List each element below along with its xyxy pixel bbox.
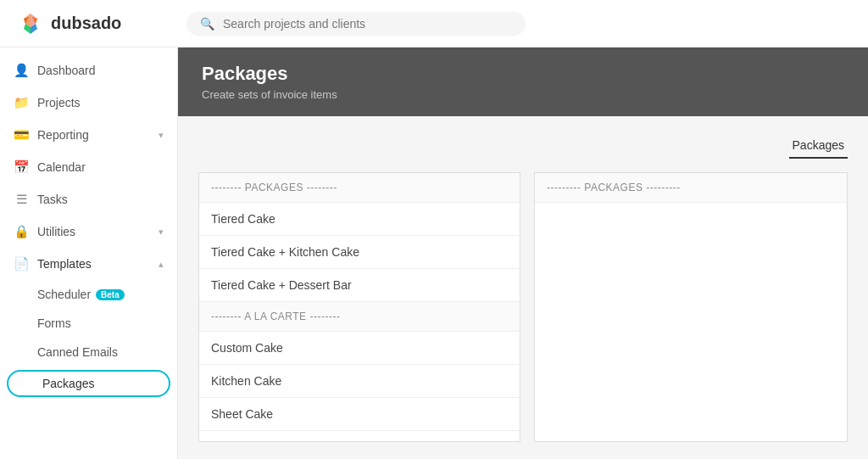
sidebar-item-canned-emails[interactable]: Canned Emails [0,338,177,367]
templates-icon: 📄 [14,256,29,271]
page-subtitle: Create sets of invoice items [202,88,844,101]
sidebar-item-tasks[interactable]: ☰ Tasks [0,183,177,216]
canned-emails-label: Canned Emails [37,345,118,359]
right-panel-header: --------- PACKAGES --------- [535,173,847,203]
sidebar-item-projects[interactable]: 📁 Projects [0,87,177,119]
list-header-packages: -------- PACKAGES -------- [199,173,520,203]
right-panel: --------- PACKAGES --------- [534,172,848,442]
sidebar-item-templates[interactable]: 📄 Templates ▴ [0,248,177,280]
dubsado-logo-icon [17,10,44,37]
list-header-ala-carte: -------- A LA CARTE -------- [199,302,520,332]
page-title: Packages [202,63,844,85]
right-panel-body [535,203,847,441]
main-layout: 👤 Dashboard 📁 Projects 💳 Reporting ▾ 📅 C… [0,48,868,459]
panels-row: -------- PACKAGES -------- Tiered Cake T… [198,172,848,442]
tasks-icon: ☰ [14,192,29,207]
list-item-custom-cake[interactable]: Custom Cake [199,332,520,365]
sidebar-label-templates: Templates [37,257,150,271]
search-area[interactable]: 🔍 [186,12,526,36]
list-item-kitchen-cake[interactable]: Kitchen Cake [199,365,520,398]
list-item-tiered-cake-kitchen[interactable]: Tiered Cake + Kitchen Cake [199,236,520,269]
sidebar-item-packages[interactable]: Packages [7,370,170,397]
sidebar-item-utilities[interactable]: 🔒 Utilities ▾ [0,216,177,248]
logo-area: dubsado [17,10,186,37]
sidebar-label-projects: Projects [37,96,164,109]
templates-subnav: Scheduler Beta Forms Canned Emails Packa… [0,280,177,397]
list-item-sugar-flowers[interactable]: Sugar Flowers [199,431,520,441]
sidebar-label-calendar: Calendar [37,160,164,174]
reporting-chevron-icon: ▾ [159,130,164,141]
left-panel: -------- PACKAGES -------- Tiered Cake T… [198,172,520,442]
sidebar-label-reporting: Reporting [37,128,150,142]
page-header: Packages Create sets of invoice items [178,48,868,116]
tabs-row: Packages [198,133,848,159]
packages-list[interactable]: -------- PACKAGES -------- Tiered Cake T… [199,173,520,441]
app-name: dubsado [51,14,121,33]
sidebar-label-utilities: Utilities [37,225,150,238]
calendar-icon: 📅 [14,160,29,175]
dashboard-icon: 👤 [14,63,29,78]
top-header: dubsado 🔍 [0,0,868,48]
forms-label: Forms [37,316,71,330]
list-item-tiered-cake[interactable]: Tiered Cake [199,203,520,236]
list-item-tiered-cake-dessert[interactable]: Tiered Cake + Dessert Bar [199,269,520,302]
packages-label: Packages [42,377,94,390]
sidebar: 👤 Dashboard 📁 Projects 💳 Reporting ▾ 📅 C… [0,48,178,459]
content-area: Packages Create sets of invoice items Pa… [178,48,868,459]
sidebar-item-calendar[interactable]: 📅 Calendar [0,151,177,183]
utilities-chevron-icon: ▾ [159,227,164,238]
scheduler-label: Scheduler [37,288,91,301]
sidebar-label-dashboard: Dashboard [37,64,164,77]
templates-chevron-icon: ▴ [159,259,164,270]
sidebar-label-tasks: Tasks [37,193,164,206]
page-body: Packages -------- PACKAGES -------- Tier… [178,116,868,459]
utilities-icon: 🔒 [14,224,29,239]
sidebar-item-scheduler[interactable]: Scheduler Beta [0,280,177,309]
scheduler-beta-badge: Beta [96,289,125,300]
sidebar-item-forms[interactable]: Forms [0,309,177,338]
list-item-sheet-cake[interactable]: Sheet Cake [199,398,520,431]
tab-packages[interactable]: Packages [789,133,848,159]
sidebar-item-reporting[interactable]: 💳 Reporting ▾ [0,119,177,151]
search-icon: 🔍 [200,17,214,31]
projects-icon: 📁 [14,95,29,110]
search-input[interactable] [223,17,512,31]
sidebar-item-dashboard[interactable]: 👤 Dashboard [0,54,177,87]
reporting-icon: 💳 [14,127,29,143]
